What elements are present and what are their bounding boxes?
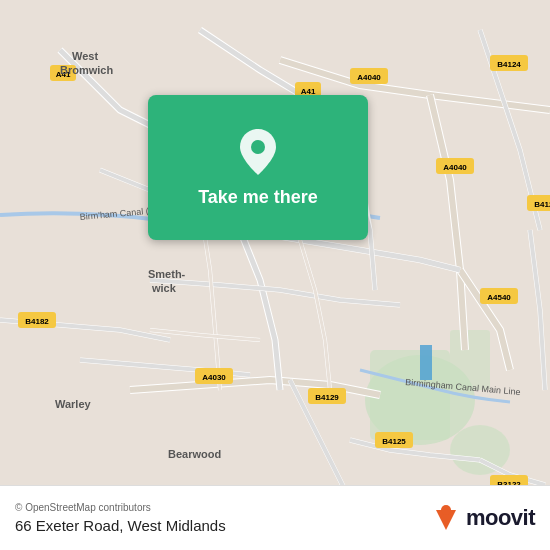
svg-text:B4182: B4182 bbox=[25, 317, 49, 326]
moovit-logo: moovit bbox=[430, 502, 535, 534]
svg-text:Smeth-: Smeth- bbox=[148, 268, 186, 280]
svg-point-38 bbox=[251, 140, 265, 154]
svg-point-4 bbox=[450, 425, 510, 475]
svg-rect-5 bbox=[420, 345, 432, 380]
svg-text:B4124: B4124 bbox=[497, 60, 521, 69]
svg-text:wick: wick bbox=[151, 282, 177, 294]
svg-text:A4040: A4040 bbox=[443, 163, 467, 172]
take-me-there-button-label: Take me there bbox=[198, 187, 318, 208]
map-container: A41 A41 A4040 A4040 B4124 B4124 B4182 A4… bbox=[0, 0, 550, 550]
take-me-there-panel[interactable]: Take me there bbox=[148, 95, 368, 240]
svg-text:A4030: A4030 bbox=[202, 373, 226, 382]
svg-text:Bromwich: Bromwich bbox=[60, 64, 113, 76]
address-label: 66 Exeter Road, West Midlands bbox=[15, 517, 226, 534]
svg-text:B4125: B4125 bbox=[382, 437, 406, 446]
location-pin-icon bbox=[236, 127, 280, 177]
svg-text:A4540: A4540 bbox=[487, 293, 511, 302]
map-background: A41 A41 A4040 A4040 B4124 B4124 B4182 A4… bbox=[0, 0, 550, 550]
svg-point-39 bbox=[441, 505, 451, 515]
bottom-left-info: © OpenStreetMap contributors 66 Exeter R… bbox=[15, 502, 226, 534]
svg-text:A4040: A4040 bbox=[357, 73, 381, 82]
moovit-brand-name: moovit bbox=[466, 505, 535, 531]
bottom-bar: © OpenStreetMap contributors 66 Exeter R… bbox=[0, 485, 550, 550]
svg-text:B4129: B4129 bbox=[315, 393, 339, 402]
osm-attribution: © OpenStreetMap contributors bbox=[15, 502, 226, 513]
svg-rect-2 bbox=[370, 350, 450, 440]
svg-text:West: West bbox=[72, 50, 98, 62]
moovit-logo-icon bbox=[430, 502, 462, 534]
svg-text:B4124: B4124 bbox=[534, 200, 550, 209]
svg-text:Warley: Warley bbox=[55, 398, 92, 410]
svg-text:Bearwood: Bearwood bbox=[168, 448, 221, 460]
